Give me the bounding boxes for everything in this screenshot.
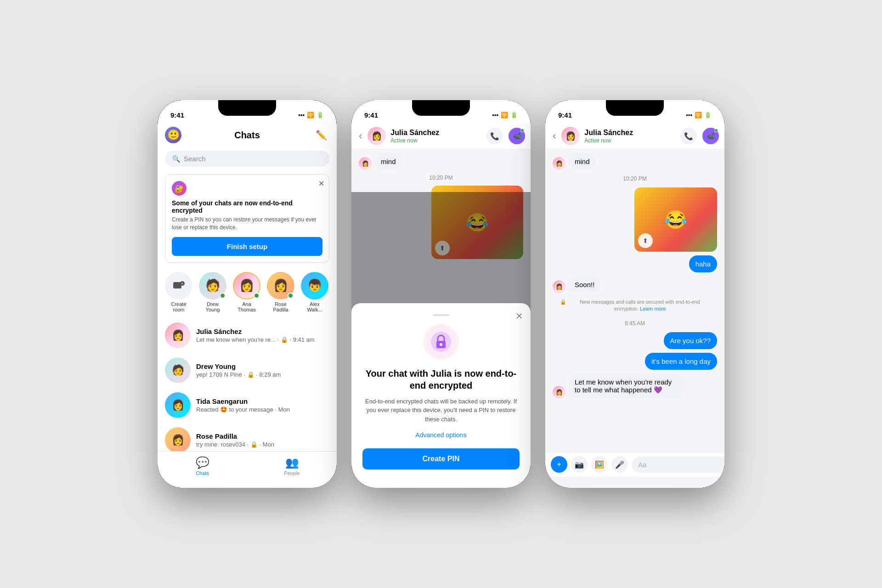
julia-header-status-2: Active now <box>390 137 439 144</box>
create-room-label: Createroom <box>171 301 186 312</box>
ana-story-name: AnaThomas <box>237 301 256 312</box>
drew-avatar-wrap: 🧑 <box>199 272 226 300</box>
notice-title: Some of your chats are now end-to-end en… <box>172 199 322 214</box>
nav-chats[interactable]: 💬 Chats <box>158 456 247 476</box>
msg3-mind-bubble: mind <box>568 153 596 170</box>
status-icons-1: ▪▪▪ 🛜 🔋 <box>298 112 324 119</box>
julia-face-3: 👩 <box>561 127 580 145</box>
drew-info: Drew Young yep! 1709 N Pine · 🔒 · 8:29 a… <box>196 362 329 378</box>
nav-people[interactable]: 👥 People <box>247 456 337 476</box>
julia-header-name-2: Julia Sánchez <box>390 128 439 137</box>
message-input-3[interactable] <box>632 457 724 473</box>
back-button-2[interactable]: ‹ <box>357 128 364 144</box>
tida-info: Tida Saengarun Reacted 🤩 to your message… <box>196 397 329 413</box>
modal-drag-bar <box>433 314 449 316</box>
msg3-avatar-julia-3: 👩 <box>553 386 565 399</box>
julia-avatar: 👩 <box>165 322 191 348</box>
modal-link-wrap: Advanced options <box>362 431 520 439</box>
modal-lock-icon <box>423 323 459 360</box>
alex-face: 👦 <box>302 273 328 299</box>
advanced-options-link[interactable]: Advanced options <box>415 431 466 439</box>
encrypt-notice-text-3: New messages and calls are secured with … <box>570 299 710 313</box>
mic-button-3[interactable]: 🎤 <box>611 456 628 473</box>
compose-icon[interactable]: ✏️ <box>313 127 329 143</box>
encryption-modal: ✕ <box>351 303 531 488</box>
modal-overlay-2: ✕ <box>351 192 531 488</box>
people-nav-icon: 👥 <box>285 456 299 469</box>
chat-header-text-3: Julia Sánchez Active now <box>584 128 633 143</box>
phone-3: 9:41 ▪▪▪ 🛜 🔋 ‹ 👩 Julia Sánchez Active no… <box>545 100 724 488</box>
phone-call-button-3[interactable]: 📞 <box>680 128 697 144</box>
signal-icon-3: ▪▪▪ <box>686 112 692 119</box>
ana-online-dot <box>254 293 260 299</box>
chat-list: 👩 Julia Sánchez Let me know when you're … <box>158 318 337 458</box>
status-time-1: 9:41 <box>170 111 184 119</box>
chat-header-2: ‹ 👩 Julia Sánchez Active now 📞 📹 <box>351 123 531 149</box>
stories-row: + Createroom 🧑 DrewYoung <box>158 266 337 318</box>
julia-header-name-3: Julia Sánchez <box>584 128 633 137</box>
chats-header: 🙂 Chats ✏️ <box>158 123 337 147</box>
notch-3 <box>606 100 664 116</box>
rose-story-name: RosePadilla <box>273 301 288 312</box>
create-pin-button[interactable]: Create PIN <box>362 448 520 469</box>
share-icon-3[interactable]: ⬆ <box>638 233 653 248</box>
modal-close-button[interactable]: ✕ <box>515 311 523 322</box>
alex-avatar-wrap: 👦 <box>301 272 328 300</box>
camera-button-3[interactable]: 📷 <box>571 456 588 473</box>
story-alex[interactable]: 👦 AlexWalk... <box>301 272 328 312</box>
chat-item-tida[interactable]: 👩 Tida Saengarun Reacted 🤩 to your messa… <box>161 388 333 423</box>
msg3-longday-bubble: it's been a long day <box>645 353 717 370</box>
chat-header-actions-3: 📞 📹 <box>680 128 719 144</box>
notch-2 <box>412 100 470 116</box>
gallery-button-3[interactable]: 🖼️ <box>591 456 608 473</box>
people-nav-label: People <box>284 470 300 476</box>
notice-close-button[interactable]: ✕ <box>318 179 324 188</box>
msg3-areyouok-bubble: Are you ok?? <box>664 332 717 349</box>
video-dot-3 <box>714 129 718 132</box>
tida-name: Tida Saengarun <box>196 397 329 405</box>
back-button-3[interactable]: ‹ <box>551 128 558 144</box>
chat-item-drew[interactable]: 🧑 Drew Young yep! 1709 N Pine · 🔒 · 8:29… <box>161 353 333 388</box>
status-time-2: 9:41 <box>364 111 378 119</box>
chat-item-julia[interactable]: 👩 Julia Sánchez Let me know when you're … <box>161 318 333 353</box>
tida-avatar: 👩 <box>165 392 191 418</box>
julia-header-avatar-3: 👩 <box>561 127 580 145</box>
user-avatar[interactable]: 🙂 <box>165 127 181 143</box>
msg-mind: 👩 mind <box>359 153 523 170</box>
video-call-button-2[interactable]: 📹 <box>509 128 525 144</box>
drew-name: Drew Young <box>196 362 329 370</box>
modal-icon-wrap <box>362 323 520 360</box>
julia-face-2: 👩 <box>368 127 386 145</box>
learn-more-link[interactable]: Learn more <box>640 306 666 311</box>
story-rose-padilla[interactable]: 👩 RosePadilla <box>267 272 294 312</box>
phone-1: 9:41 ▪▪▪ 🛜 🔋 🙂 Chats ✏️ 🔍 Search <box>158 100 337 488</box>
notice-text: Create a PIN so you can restore your mes… <box>172 216 322 232</box>
msg3-letmeknow-bubble: Let me know when you're ready to tell me… <box>568 373 684 399</box>
search-bar[interactable]: 🔍 Search <box>165 151 329 167</box>
encrypt-chat-notice-3: 🔒 New messages and calls are secured wit… <box>553 297 717 315</box>
msg3-soon: 👩 Soon!! <box>553 276 717 293</box>
video-call-button-3[interactable]: 📹 <box>702 128 719 144</box>
rose-online-dot <box>288 293 294 299</box>
story-ana-thomas[interactable]: 👩 AnaThomas <box>233 272 260 312</box>
msg3-mind: 👩 mind <box>553 153 717 170</box>
chats-nav-icon: 💬 <box>196 456 209 469</box>
ana-avatar-wrap: 👩 <box>233 272 260 300</box>
rose-info: Rose Padilla try mine: rosev034 · 🔒 · Mo… <box>196 432 329 448</box>
input-bar-3: + 📷 🖼️ 🎤 😊 👍 <box>545 452 724 476</box>
julia-preview: Let me know when you're re... · 🔒 · 9:41… <box>196 336 329 343</box>
julia-header-avatar-2: 👩 <box>368 127 386 145</box>
phone-call-button-2[interactable]: 📞 <box>486 128 503 144</box>
user-face: 🙂 <box>165 127 181 143</box>
drew-face-2: 🧑 <box>165 357 191 383</box>
story-create-room[interactable]: + Createroom <box>165 272 192 312</box>
phone-2-screen: 9:41 ▪▪▪ 🛜 🔋 ‹ 👩 Julia Sánchez Active no… <box>351 100 531 488</box>
chat-header-info-3: 👩 Julia Sánchez Active now <box>561 127 677 145</box>
msg-avatar-julia-2: 👩 <box>359 157 372 170</box>
story-drew-young[interactable]: 🧑 DrewYoung <box>199 272 226 312</box>
finish-setup-button[interactable]: Finish setup <box>172 237 322 256</box>
wifi-icon-1: 🛜 <box>307 112 314 119</box>
msg3-image: ⬆ <box>634 187 717 252</box>
phone-2: 9:41 ▪▪▪ 🛜 🔋 ‹ 👩 Julia Sánchez Active no… <box>351 100 531 488</box>
add-action-button-3[interactable]: + <box>551 456 567 473</box>
